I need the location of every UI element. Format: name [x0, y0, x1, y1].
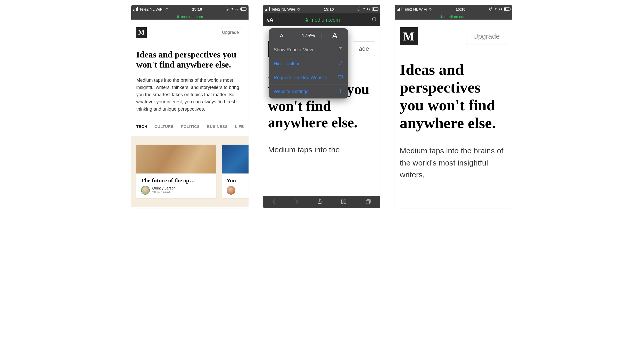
page-subheading: Medium taps into the brains of the world… [136, 77, 243, 113]
text-size-control[interactable]: AA [267, 16, 274, 23]
status-bar: Tele2 NL WiFi 15:10 [263, 5, 380, 13]
tabs-button[interactable] [365, 199, 371, 205]
website-settings[interactable]: Website Settings [269, 85, 348, 98]
share-button[interactable] [317, 198, 322, 206]
tab-life[interactable]: LIFE [235, 124, 244, 131]
page-subheading: Medium taps into the brains of the world… [400, 145, 507, 181]
battery-icon [240, 7, 246, 11]
alarm-icon [225, 7, 229, 11]
location-icon [494, 7, 497, 11]
url-domain: medium.com [181, 14, 203, 19]
location-icon [230, 7, 234, 11]
headphones-icon [367, 7, 370, 11]
status-bar: Tele2 NL WiFi 15:10 [395, 5, 512, 13]
desktop-icon [338, 75, 343, 81]
article-strip[interactable]: The future of the op… Quincy Larson 26 m… [131, 136, 249, 207]
svg-rect-8 [338, 75, 342, 78]
read-time: 26 min read [152, 190, 176, 194]
clock-time: 15:10 [192, 7, 202, 11]
signal-icon [133, 7, 138, 11]
carrier-label: Tele2 NL WiFi [271, 7, 295, 11]
gear-icon [338, 89, 343, 95]
tab-business[interactable]: BUSINESS [207, 124, 228, 131]
article-image [136, 145, 216, 173]
battery-icon [372, 7, 378, 11]
url-bar[interactable]: AA medium.com [263, 13, 380, 26]
safari-toolbar [263, 196, 380, 208]
text-size-popover: A 175% A Show Reader View Hide Toolbar R… [269, 28, 348, 98]
lock-icon [305, 18, 308, 22]
location-icon [362, 7, 365, 11]
clock-time: 15:10 [324, 7, 334, 11]
url-bar[interactable]: medium.com [131, 13, 249, 20]
article-title: The future of the op… [141, 177, 212, 184]
svg-rect-12 [366, 200, 369, 204]
carrier-label: Tele2 NL WiFi [139, 7, 163, 11]
screenshot-2: Tele2 NL WiFi 15:10 AA medium.com M ade … [263, 5, 380, 208]
url-domain: medium.com [444, 14, 467, 19]
alarm-icon [489, 7, 492, 11]
zoom-in-button[interactable]: A [322, 31, 348, 40]
headphones-icon [499, 7, 502, 11]
bookmarks-button[interactable] [341, 199, 347, 205]
page-subheading: Medium taps into the [268, 144, 375, 156]
svg-rect-15 [440, 16, 442, 18]
tab-culture[interactable]: CULTURE [154, 124, 174, 131]
lock-icon [177, 15, 179, 18]
lock-icon [440, 15, 443, 18]
svg-point-11 [340, 90, 341, 92]
svg-rect-1 [177, 16, 179, 18]
svg-rect-13 [367, 200, 370, 203]
author-name: Quincy Larson [152, 186, 176, 190]
medium-logo[interactable]: M [136, 27, 147, 38]
page-headline: Ideas and perspectives you won't find an… [400, 61, 507, 132]
upgrade-button[interactable]: ade [353, 41, 375, 56]
url-bar[interactable]: medium.com [395, 13, 512, 20]
page-headline: Ideas and perspectives you won't find an… [136, 49, 243, 70]
upgrade-button[interactable]: Upgrade [218, 28, 243, 37]
tab-politics[interactable]: POLITICS [181, 124, 200, 131]
url-domain: medium.com [310, 17, 340, 23]
hide-toolbar[interactable]: Hide Toolbar [269, 57, 348, 71]
signal-icon [397, 7, 401, 11]
zoom-out-button[interactable]: A [269, 33, 295, 39]
screenshot-3: Tele2 NL WiFi 15:10 medium.com M Upgrade… [395, 5, 512, 208]
tab-tech[interactable]: TECH [136, 124, 147, 131]
screenshot-1: Tele2 NL WiFi 15:10 medium.com M Upgrade… [131, 5, 249, 208]
expand-icon [338, 61, 343, 67]
wifi-icon [428, 7, 432, 11]
show-reader-view[interactable]: Show Reader View [269, 43, 348, 57]
battery-icon [504, 7, 510, 11]
reader-icon [338, 47, 343, 53]
article-card[interactable]: You [222, 145, 249, 198]
author-avatar[interactable] [141, 186, 150, 195]
clock-time: 15:10 [456, 7, 465, 11]
wifi-icon [296, 7, 301, 11]
status-bar: Tele2 NL WiFi 15:10 [131, 5, 249, 13]
article-image [222, 145, 249, 173]
carrier-label: Tele2 NL WiFi [403, 7, 427, 11]
zoom-level: 175% [295, 33, 322, 39]
signal-icon [265, 7, 270, 11]
category-tabs: TECH CULTURE POLITICS BUSINESS LIFE [136, 124, 243, 131]
back-button[interactable] [272, 198, 276, 206]
request-desktop-website[interactable]: Request Desktop Website [269, 71, 348, 85]
author-avatar[interactable] [227, 186, 235, 195]
headphones-icon [235, 7, 239, 11]
svg-rect-3 [306, 20, 308, 22]
forward-button[interactable] [295, 198, 299, 206]
article-card[interactable]: The future of the op… Quincy Larson 26 m… [136, 145, 216, 198]
medium-logo[interactable]: M [400, 27, 418, 45]
article-title: You [227, 177, 249, 184]
upgrade-button[interactable]: Upgrade [466, 28, 507, 45]
wifi-icon [165, 7, 169, 11]
alarm-icon [357, 7, 361, 11]
reload-icon[interactable] [372, 17, 377, 23]
